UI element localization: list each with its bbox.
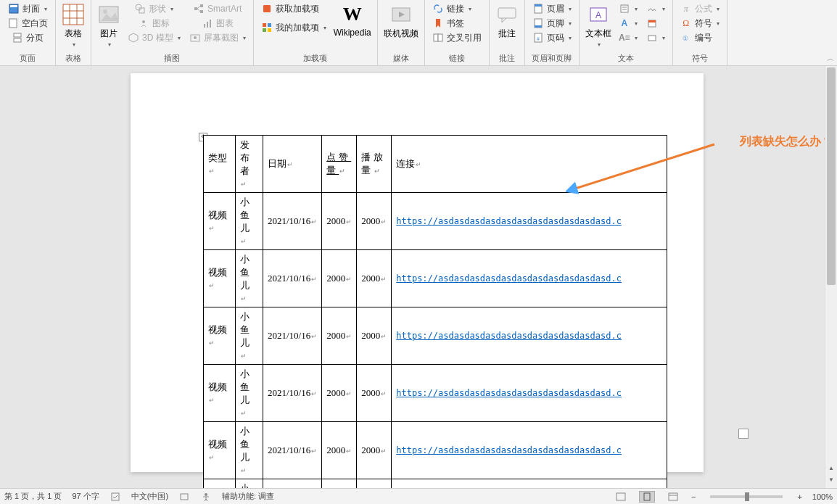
cell-date[interactable]: 2021/10/16 <box>263 365 322 422</box>
cell-link[interactable]: https://asdasdasdasdasdasdasdasdasdasdas… <box>392 193 667 250</box>
cell-plays[interactable]: 2000 <box>357 365 392 422</box>
cell-link[interactable]: https://asdasdasdasdasdasdasdasdasdasdas… <box>392 365 667 422</box>
cell-link[interactable]: https://asdasdasdasdasdasdasdasdasdasdas… <box>392 479 667 489</box>
cell-likes[interactable]: 2000 <box>322 479 357 489</box>
cell-plays[interactable]: 2000 <box>357 307 392 365</box>
col-header-plays[interactable]: 播放量 <box>357 136 392 193</box>
my-addins-button[interactable]: 我的加载项 <box>260 20 328 35</box>
signature-button[interactable] <box>645 1 667 16</box>
zoom-in-button[interactable]: + <box>797 492 801 501</box>
cell-likes[interactable]: 2000 <box>322 250 357 307</box>
scrollbar-thumb[interactable] <box>827 67 836 285</box>
status-macro-icon[interactable] <box>178 491 190 503</box>
textbox-button[interactable]: A 文本框 <box>582 1 614 51</box>
online-video-button[interactable]: 联机视频 <box>381 1 421 51</box>
cell-author[interactable]: 小鱼儿 <box>236 193 263 250</box>
view-web-button[interactable] <box>665 491 681 503</box>
vertical-scrollbar[interactable]: ▲ ▼ <box>825 66 837 488</box>
zoom-level[interactable]: 100% <box>812 492 833 501</box>
cell-author[interactable]: 小鱼儿 <box>236 250 263 307</box>
cell-link[interactable]: https://asdasdasdasdasdasdasdasdasdasdas… <box>392 422 667 479</box>
blank-page-button[interactable]: 空白页 <box>6 16 49 30</box>
quick-parts-button[interactable] <box>617 1 639 16</box>
doc-hyperlink[interactable]: https://asdasdasdasdasdasdasdasdasdasdas… <box>396 388 622 398</box>
cell-type[interactable]: 视频 <box>204 250 236 307</box>
object-button[interactable] <box>645 30 667 45</box>
document-table[interactable]: 类型 发布者 日期 点赞量 播放量 连接 视频小鱼儿2021/10/162000… <box>203 135 667 488</box>
chart-button[interactable]: 图表 <box>200 16 235 30</box>
collapse-ribbon-button[interactable]: ︿ <box>827 54 834 64</box>
wordart-button[interactable]: A <box>617 16 639 30</box>
pictures-button[interactable]: 图片 <box>94 1 123 51</box>
cell-type[interactable]: 视频 <box>204 193 236 250</box>
cell-plays[interactable]: 2000 <box>357 250 392 307</box>
crossref-button[interactable]: 交叉引用 <box>431 30 483 45</box>
cell-date[interactable]: 2021/10/16 <box>263 479 322 489</box>
status-page[interactable]: 第 1 页，共 1 页 <box>4 491 62 502</box>
col-header-likes[interactable]: 点赞量 <box>322 136 357 193</box>
header-button[interactable]: 页眉 <box>531 1 573 16</box>
cell-likes[interactable]: 2000 <box>322 193 357 250</box>
shapes-button[interactable]: 形状 <box>133 1 175 16</box>
status-words[interactable]: 97 个字 <box>72 491 99 502</box>
pagenum-button[interactable]: #页码 <box>531 30 573 45</box>
symbol-button[interactable]: Ω符号 <box>679 16 721 30</box>
3d-models-button[interactable]: 3D 模型 <box>126 30 182 45</box>
icons-button[interactable]: 图标 <box>136 16 171 30</box>
cell-likes[interactable]: 2000 <box>322 307 357 365</box>
cell-likes[interactable]: 2000 <box>322 422 357 479</box>
cell-date[interactable]: 2021/10/16 <box>263 422 322 479</box>
page-break-button[interactable]: 分页 <box>10 30 45 45</box>
cell-type[interactable]: 视频 <box>204 365 236 422</box>
comment-button[interactable]: 批注 <box>492 1 521 51</box>
cell-plays[interactable]: 2000 <box>357 479 392 489</box>
screenshot-button[interactable]: 屏幕截图 <box>188 30 247 45</box>
zoom-slider-thumb[interactable] <box>745 492 749 501</box>
status-accessibility[interactable]: 辅助功能: 调查 <box>222 491 274 502</box>
cover-page-button[interactable]: 封面 <box>7 1 49 16</box>
smartart-button[interactable]: SmartArt <box>191 1 243 16</box>
dropcap-button[interactable]: A≡ <box>617 30 639 45</box>
zoom-out-button[interactable]: − <box>691 492 696 501</box>
view-focus-button[interactable] <box>613 491 629 503</box>
doc-hyperlink[interactable]: https://asdasdasdasdasdasdasdasdasdasdas… <box>396 273 622 284</box>
cell-author[interactable]: 小鱼儿 <box>236 479 263 489</box>
equation-button[interactable]: π公式 <box>679 1 721 16</box>
status-language[interactable]: 中文(中国) <box>131 491 168 502</box>
status-proofing-icon[interactable] <box>110 491 121 503</box>
view-print-button[interactable] <box>639 491 655 503</box>
scroll-up-arrow[interactable]: ▲ <box>825 465 837 476</box>
col-header-author[interactable]: 发布者 <box>236 136 263 193</box>
col-header-date[interactable]: 日期 <box>263 136 322 193</box>
footer-button[interactable]: 页脚 <box>531 16 573 30</box>
link-button[interactable]: 链接 <box>431 1 473 16</box>
cell-plays[interactable]: 2000 <box>357 193 392 250</box>
cell-link[interactable]: https://asdasdasdasdasdasdasdasdasdasdas… <box>392 307 667 365</box>
cell-type[interactable]: 视频 <box>204 479 236 489</box>
doc-hyperlink[interactable]: https://asdasdasdasdasdasdasdasdasdasdas… <box>396 445 622 455</box>
cell-type[interactable]: 视频 <box>204 422 236 479</box>
status-accessibility-icon[interactable] <box>200 491 212 503</box>
cell-date[interactable]: 2021/10/16 <box>263 307 322 365</box>
table-button[interactable]: 表格 <box>59 1 88 51</box>
get-addins-button[interactable]: 获取加载项 <box>260 1 321 16</box>
number-button[interactable]: ①编号 <box>679 30 714 45</box>
table-resize-handle[interactable] <box>738 429 749 439</box>
cell-likes[interactable]: 2000 <box>322 365 357 422</box>
cell-link[interactable]: https://asdasdasdasdasdasdasdasdasdasdas… <box>392 250 667 307</box>
cell-author[interactable]: 小鱼儿 <box>236 365 263 422</box>
wikipedia-button[interactable]: W Wikipedia <box>331 1 374 51</box>
cell-type[interactable]: 视频 <box>204 307 236 365</box>
col-header-type[interactable]: 类型 <box>204 136 236 193</box>
cell-author[interactable]: 小鱼儿 <box>236 422 263 479</box>
scroll-down-arrow[interactable]: ▼ <box>825 476 837 488</box>
doc-hyperlink[interactable]: https://asdasdasdasdasdasdasdasdasdasdas… <box>396 216 622 226</box>
doc-hyperlink[interactable]: https://asdasdasdasdasdasdasdasdasdasdas… <box>396 331 622 341</box>
datetime-button[interactable] <box>645 16 659 30</box>
cell-date[interactable]: 2021/10/16 <box>263 193 322 250</box>
col-header-link[interactable]: 连接 <box>392 136 667 193</box>
zoom-slider[interactable] <box>710 495 783 498</box>
cell-plays[interactable]: 2000 <box>357 422 392 479</box>
cell-author[interactable]: 小鱼儿 <box>236 307 263 365</box>
cell-date[interactable]: 2021/10/16 <box>263 250 322 307</box>
